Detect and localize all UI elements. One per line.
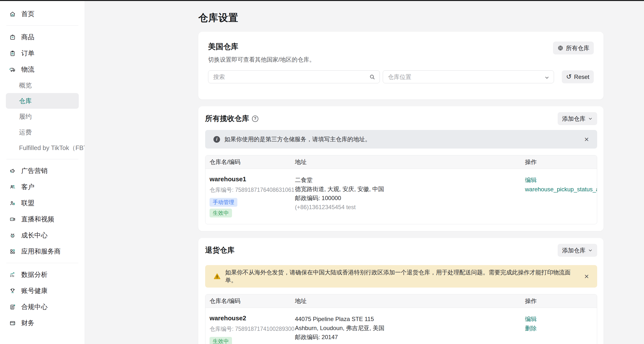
table-row: warehouse2 仓库编号: 7589187174100289300 生效中… [206, 308, 597, 344]
close-icon[interactable]: × [579, 135, 589, 143]
warehouse-name: warehouse1 [210, 176, 291, 183]
column-header-actions: 操作 [521, 294, 597, 308]
customers-icon [9, 184, 16, 190]
tag-active: 生效中 [210, 337, 232, 344]
sidebar-item-growth-center[interactable]: 成长中心 [6, 227, 79, 243]
column-header-address: 地址 [291, 294, 521, 308]
search-input[interactable] [208, 70, 380, 83]
sidebar-subitem-warehouses[interactable]: 仓库 [6, 93, 79, 109]
warehouse-name: warehouse2 [210, 314, 291, 322]
health-icon [9, 288, 16, 294]
sidebar: 首页 商品 订单 物流 概览 仓库 履约 [0, 1, 85, 344]
growth-icon [9, 232, 16, 239]
region-card: 美国仓库 切换设置即可查看其他国家/地区的仓库。 所有仓库 [198, 32, 604, 99]
address-line: 44075 Pipeline Plaza STE 115 [295, 314, 521, 323]
sidebar-item-apps-services[interactable]: 应用和服务商 [6, 243, 79, 259]
pickup-warehouses-card: 所有揽收仓库 ? 添加仓库 i 如果你使用的是第三方仓储服务，请填写主仓库的地址… [198, 106, 604, 231]
sidebar-divider [6, 25, 78, 26]
phone-line: (+86)13612345454 test [295, 203, 521, 212]
warning-icon [214, 273, 221, 280]
page-title: 仓库设置 [198, 11, 604, 25]
return-warehouses-card: 退货仓库 添加仓库 如果你不从海外仓发货，请确保在中国大陆或香港特别行政区添加一… [198, 238, 604, 344]
chevron-down-icon [588, 116, 593, 121]
return-warehouses-table: 仓库名/编码 地址 操作 warehouse2 仓库编号: 7589187174… [205, 294, 597, 344]
tag-active: 生效中 [210, 209, 232, 218]
address-line: 二食堂 [295, 176, 521, 185]
reset-button[interactable]: ↺ Reset [562, 70, 594, 83]
warehouse-code: 仓库编号: 7589187176408631061 [210, 186, 291, 194]
column-header-address: 地址 [291, 155, 521, 168]
search-icon [369, 74, 376, 81]
tag-manual-managed: 手动管理 [210, 198, 237, 207]
region-card-subtitle: 切换设置即可查看其他国家/地区的仓库。 [208, 56, 315, 64]
finance-icon [9, 320, 16, 326]
affiliate-icon [9, 200, 16, 207]
all-warehouses-button[interactable]: 所有仓库 [553, 42, 594, 55]
sidebar-item-account-health[interactable]: 账号健康 [6, 283, 79, 299]
column-header-name: 仓库名/编码 [206, 294, 291, 308]
analytics-icon [9, 271, 16, 278]
sidebar-subitem-shipping-fees[interactable]: 运费 [6, 124, 79, 140]
return-add-warehouse-button[interactable]: 添加仓库 [558, 244, 597, 257]
column-header-name: 仓库名/编码 [206, 155, 291, 168]
sidebar-item-analytics[interactable]: 数据分析 [6, 267, 79, 283]
phone-line: (+1)1234567890 test [295, 341, 521, 344]
warehouse-code: 仓库编号: 7589187174100289300 [210, 325, 291, 333]
warehouse-location-select[interactable]: 仓库位置 [383, 70, 554, 83]
pickup-card-title: 所有揽收仓库 [205, 114, 249, 124]
sidebar-item-orders[interactable]: 订单 [6, 45, 79, 61]
info-icon: i [214, 136, 220, 143]
undo-icon: ↺ [566, 74, 572, 80]
edit-link[interactable]: 编辑 [525, 176, 597, 185]
globe-icon [558, 45, 564, 51]
chevron-down-icon [588, 248, 593, 253]
video-icon [9, 216, 16, 223]
sidebar-subitem-fbt[interactable]: Fulfilled by TikTok（FBT） [6, 140, 79, 156]
compliance-icon [9, 304, 16, 310]
home-icon [9, 11, 16, 17]
sidebar-item-finance[interactable]: 财务 [6, 315, 79, 331]
address-line: Ashburn, Loudoun, 弗吉尼亚, 美国 [295, 323, 521, 332]
address-line: 邮政编码: 20147 [295, 332, 521, 341]
sidebar-item-logistics[interactable]: 物流 [6, 61, 79, 77]
main-content: 仓库设置 美国仓库 切换设置即可查看其他国家/地区的仓库。 所有仓库 [85, 1, 644, 344]
address-line: 德宽路街道, 大观, 安庆, 安徽, 中国 [295, 185, 521, 194]
sidebar-item-marketing[interactable]: 广告营销 [6, 163, 79, 179]
return-card-title: 退货仓库 [205, 245, 234, 255]
pickup-add-warehouse-button[interactable]: 添加仓库 [558, 112, 597, 125]
truck-icon [9, 66, 16, 73]
pickup-warehouses-table: 仓库名/编码 地址 操作 warehouse1 仓库编号: 7589187176… [205, 155, 597, 224]
sidebar-subitem-fulfillment[interactable]: 履约 [6, 109, 79, 124]
column-header-actions: 操作 [521, 155, 597, 168]
clipboard-icon [9, 50, 16, 57]
close-icon[interactable]: × [579, 272, 589, 280]
sidebar-item-customers[interactable]: 客户 [6, 179, 79, 195]
apps-icon [9, 248, 16, 255]
pickup-info-banner: i 如果你使用的是第三方仓储服务，请填写主仓库的地址。 × [205, 130, 597, 148]
sidebar-item-live-video[interactable]: 直播和视频 [6, 211, 79, 227]
megaphone-icon [9, 167, 16, 174]
chevron-down-icon [544, 75, 550, 81]
sidebar-subitem-overview[interactable]: 概览 [6, 77, 79, 93]
delete-link[interactable]: 删除 [525, 324, 597, 333]
sidebar-divider [6, 159, 78, 159]
address-line: 邮政编码: 100000 [295, 194, 521, 203]
sidebar-divider [6, 263, 78, 263]
sidebar-item-products[interactable]: 商品 [6, 29, 79, 45]
bag-icon [9, 34, 16, 41]
return-warning-banner: 如果你不从海外仓发货，请确保在中国大陆或香港特别行政区添加一个退货仓库，用于处理… [205, 265, 597, 288]
edit-link[interactable]: 编辑 [525, 314, 597, 324]
help-icon[interactable]: ? [252, 116, 258, 122]
sidebar-item-affiliate[interactable]: 联盟 [6, 195, 79, 211]
sidebar-item-compliance[interactable]: 合规中心 [6, 299, 79, 315]
sidebar-item-home[interactable]: 首页 [6, 6, 79, 22]
table-row: warehouse1 仓库编号: 7589187176408631061 手动管… [206, 169, 597, 224]
region-card-title: 美国仓库 [208, 42, 315, 52]
pickup-status-apply-link[interactable]: warehouse_pickup_status_apply_ [525, 185, 597, 194]
